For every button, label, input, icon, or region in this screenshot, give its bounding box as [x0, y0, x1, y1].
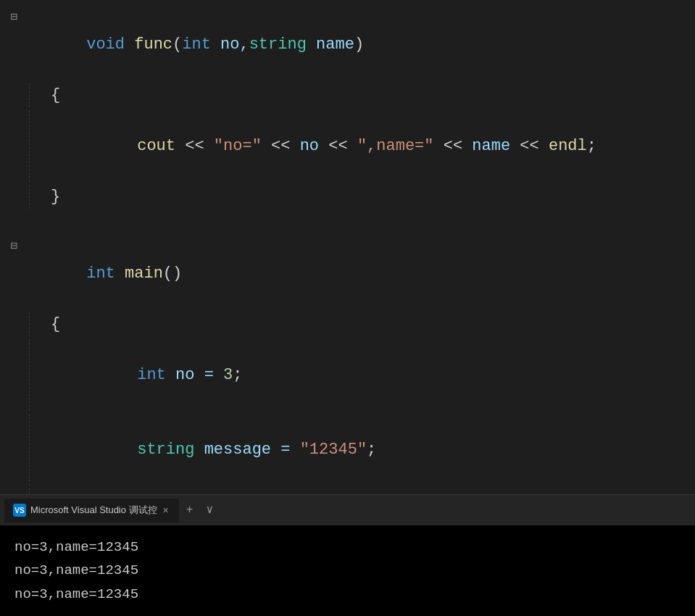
endl-fn: endl [549, 137, 587, 155]
kw-string-param: string [249, 36, 307, 54]
code-line-cout: cout << "no=" << no << ",name=" << name … [0, 109, 695, 183]
cout-fn: cout [137, 137, 175, 155]
fn-func: func [134, 36, 172, 54]
output-line-1: no=3,name=12345 [14, 536, 681, 559]
indent-line-int-no [29, 339, 43, 411]
code-line-int-no: int no = 3; [0, 338, 695, 412]
func-open-brace: { [43, 83, 695, 107]
str-no: "no=" [214, 137, 262, 155]
terminal-panel: VS Microsoft Visual Studio 调试控 × + ∨ no=… [0, 494, 695, 616]
indent-line-func-close [29, 185, 43, 209]
code-line-func-sig: ⊟ void func(int no,string name) [0, 7, 695, 82]
int-no-stmt: int no = 3; [43, 339, 695, 411]
output-line-2: no=3,name=12345 [14, 559, 681, 582]
func-close-brace: } [43, 185, 695, 209]
tab-chevron-button[interactable]: ∨ [200, 499, 219, 522]
main-open-brace: { [43, 312, 695, 336]
empty-line-1 [0, 210, 695, 236]
kw-string-msg: string [137, 441, 194, 459]
terminal-tab-bar: VS Microsoft Visual Studio 调试控 × + ∨ [0, 495, 695, 525]
cout-statement: cout << "no=" << no << ",name=" << name … [43, 110, 695, 182]
func-call-stmt: func(no, message); [43, 488, 695, 494]
collapse-func-icon[interactable]: ⊟ [10, 9, 17, 26]
str-name: ",name=" [357, 137, 434, 155]
indent-line-string-msg [29, 414, 43, 486]
str-12345: "12345" [300, 441, 367, 459]
vs-icon: VS [13, 504, 26, 517]
num-3: 3 [223, 366, 233, 384]
code-editor: ⊟ void func(int no,string name) { cout <… [0, 0, 695, 494]
code-line-func-close: } [0, 183, 695, 210]
kw-void-func: void [86, 36, 125, 54]
kw-int-param: int [182, 36, 211, 54]
code-line-func-open: { [0, 82, 695, 109]
gutter-collapse-main[interactable]: ⊟ [0, 238, 22, 255]
kw-int-main: int [86, 265, 115, 283]
code-line-main-sig: ⊟ int main() [0, 236, 695, 311]
code-line-string-msg: string message = "12345"; [0, 412, 695, 487]
func-signature: void func(int no,string name) [22, 9, 695, 80]
code-line-main-open: { [0, 311, 695, 338]
terminal-output: no=3,name=12345 no=3,name=12345 no=3,nam… [0, 525, 695, 616]
code-line-func-call: func(no, message); [0, 487, 695, 494]
indent-line-func-call [29, 488, 43, 494]
collapse-main-icon[interactable]: ⊟ [10, 238, 17, 255]
var-name: name [472, 137, 510, 155]
fn-main: main [125, 265, 163, 283]
indent-line-cout [29, 110, 43, 182]
kw-int-no: int [137, 366, 166, 384]
output-line-3: no=3,name=12345 [14, 583, 681, 606]
indent-line-main [29, 312, 43, 336]
tab-close-button[interactable]: × [162, 501, 170, 520]
vs-icon-text: VS [14, 505, 24, 516]
terminal-tab[interactable]: VS Microsoft Visual Studio 调试控 × [4, 499, 179, 523]
terminal-tab-label: Microsoft Visual Studio 调试控 [30, 503, 157, 517]
main-signature: int main() [22, 238, 695, 309]
string-msg-stmt: string message = "12345"; [43, 414, 695, 486]
tab-add-button[interactable]: + [180, 499, 199, 522]
indent-line-func [29, 83, 43, 107]
var-no: no [300, 137, 319, 155]
gutter-collapse-func[interactable]: ⊟ [0, 9, 22, 26]
